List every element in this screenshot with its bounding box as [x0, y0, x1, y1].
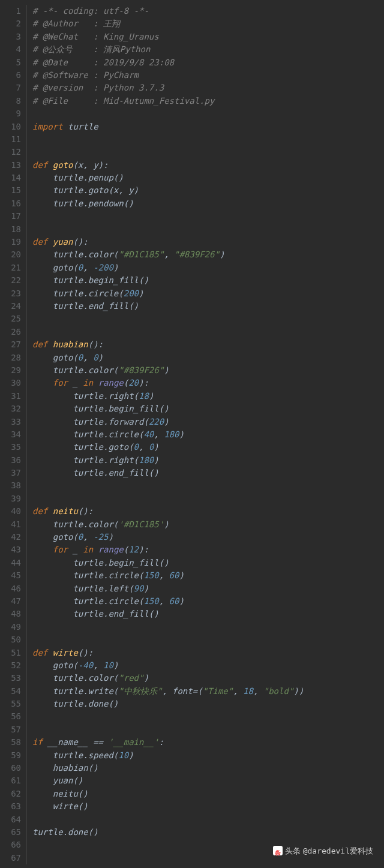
code-line[interactable]: # @WeChat : King_Uranus [32, 31, 384, 43]
token-str: "#D1C185" [118, 250, 164, 259]
code-line[interactable]: def goto(x, y): [32, 159, 384, 172]
line-number: 34 [0, 428, 21, 441]
token-p: ) [164, 417, 169, 427]
line-number: 43 [0, 543, 21, 556]
token-op: , [93, 660, 103, 670]
code-line[interactable]: goto(0, -200) [32, 262, 384, 274]
code-line[interactable]: turtle.speed(10) [32, 749, 384, 762]
code-line[interactable]: turtle.right(18) [32, 390, 384, 403]
line-number: 60 [0, 762, 21, 774]
code-line[interactable]: turtle.pendown() [32, 197, 384, 210]
token-cm: # @公众号 : 清风Python [32, 44, 150, 54]
code-line[interactable]: huabian() [32, 762, 384, 774]
code-line[interactable] [32, 326, 384, 338]
line-number: 62 [0, 788, 21, 800]
line-number: 19 [0, 236, 21, 248]
token-p: ) [128, 750, 133, 760]
code-line[interactable]: turtle.color("red") [32, 672, 384, 684]
code-line[interactable]: yuan() [32, 774, 384, 787]
code-line[interactable]: turtle.color('#D1C185') [32, 518, 384, 531]
code-line[interactable] [32, 723, 384, 736]
code-line[interactable] [32, 133, 384, 146]
code-line[interactable]: turtle.color("#D1C185", "#839F26") [32, 248, 384, 261]
code-line[interactable]: turtle.end_fill() [32, 467, 384, 479]
code-line[interactable] [32, 210, 384, 223]
token-p: )) [293, 686, 304, 696]
code-line[interactable]: def wirte(): [32, 647, 384, 659]
code-line[interactable]: # @File : Mid-Autumn_Festival.py [32, 95, 384, 107]
code-line[interactable]: turtle.goto(0, 0) [32, 441, 384, 453]
code-line[interactable]: # @Software : PyCharm [32, 69, 384, 82]
watermark: 头条 @daredevil爱科技 [273, 845, 373, 857]
code-line[interactable]: turtle.done() [32, 826, 384, 839]
code-line[interactable] [32, 479, 384, 492]
token-p: font=( [172, 686, 203, 696]
code-line[interactable]: turtle.circle(150, 60) [32, 569, 384, 582]
code-line[interactable]: turtle.circle(40, 180) [32, 428, 384, 441]
code-line[interactable]: turtle.color("#839F26") [32, 364, 384, 377]
token-p [32, 545, 53, 554]
code-line[interactable] [32, 313, 384, 325]
code-line[interactable]: turtle.write("中秋快乐", font=("Time", 18, "… [32, 685, 384, 698]
line-number: 4 [0, 43, 21, 56]
code-line[interactable]: for _ in range(12): [32, 543, 384, 556]
code-line[interactable]: # @公众号 : 清风Python [32, 43, 384, 56]
code-line[interactable]: turtle.goto(x, y) [32, 184, 384, 197]
code-line[interactable]: # @version : Python 3.7.3 [32, 82, 384, 94]
code-line[interactable]: goto(0, 0) [32, 352, 384, 364]
code-area[interactable]: # -*- coding: utf-8 -*-# @Author : 王翔# @… [26, 5, 384, 864]
code-line[interactable] [32, 633, 384, 646]
token-p: neitu() [32, 789, 88, 798]
line-number: 45 [0, 569, 21, 582]
code-line[interactable]: neitu() [32, 788, 384, 800]
code-line[interactable]: def huabian(): [32, 338, 384, 351]
token-num: 0 [134, 442, 139, 452]
code-line[interactable]: goto(-40, 10) [32, 659, 384, 672]
code-line[interactable]: turtle.circle(200) [32, 287, 384, 300]
token-p: ) [98, 353, 103, 362]
token-p: turtle.write( [32, 686, 118, 696]
code-line[interactable]: # -*- coding: utf-8 -*- [32, 5, 384, 17]
code-line[interactable]: turtle.end_fill() [32, 608, 384, 620]
code-line[interactable]: if __name__ == '__main__': [32, 736, 384, 749]
code-line[interactable]: def neitu(): [32, 505, 384, 518]
token-kw: in [83, 378, 98, 388]
code-line[interactable]: turtle.circle(150, 60) [32, 595, 384, 608]
code-line[interactable]: turtle.begin_fill() [32, 557, 384, 569]
code-line[interactable]: turtle.begin_fill() [32, 403, 384, 415]
code-line[interactable] [32, 813, 384, 826]
line-number: 33 [0, 416, 21, 428]
code-line[interactable]: turtle.right(180) [32, 454, 384, 467]
code-line[interactable] [32, 492, 384, 505]
code-line[interactable]: turtle.done() [32, 698, 384, 710]
code-line[interactable] [32, 710, 384, 723]
line-number: 5 [0, 56, 21, 69]
line-number: 49 [0, 621, 21, 633]
code-line[interactable]: turtle.penup() [32, 172, 384, 184]
line-number: 26 [0, 326, 21, 338]
token-p: turtle.right( [32, 455, 139, 465]
code-line[interactable]: turtle.left(90) [32, 582, 384, 595]
token-fn: huabian [53, 340, 88, 349]
code-line[interactable]: turtle.end_fill() [32, 300, 384, 313]
code-line[interactable] [32, 621, 384, 633]
code-line[interactable]: # @Author : 王翔 [32, 17, 384, 30]
code-line[interactable]: goto(0, -25) [32, 531, 384, 543]
line-number: 27 [0, 338, 21, 351]
code-line[interactable] [32, 107, 384, 120]
code-line[interactable]: for _ in range(20): [32, 377, 384, 389]
token-p: turtle.color( [32, 673, 118, 683]
code-line[interactable] [32, 146, 384, 158]
code-line[interactable] [32, 223, 384, 236]
code-line[interactable]: turtle.forward(220) [32, 416, 384, 428]
token-p: turtle.circle( [32, 430, 143, 439]
code-line[interactable]: wirte() [32, 800, 384, 813]
code-line[interactable]: import turtle [32, 121, 384, 133]
line-number: 40 [0, 505, 21, 518]
token-cm: # @Author : 王翔 [32, 19, 120, 28]
token-p: turtle.begin_fill() [32, 404, 169, 413]
line-number: 48 [0, 608, 21, 620]
code-line[interactable]: turtle.begin_fill() [32, 274, 384, 287]
code-line[interactable]: def yuan(): [32, 236, 384, 248]
code-line[interactable]: # @Date : 2019/9/8 23:08 [32, 56, 384, 69]
